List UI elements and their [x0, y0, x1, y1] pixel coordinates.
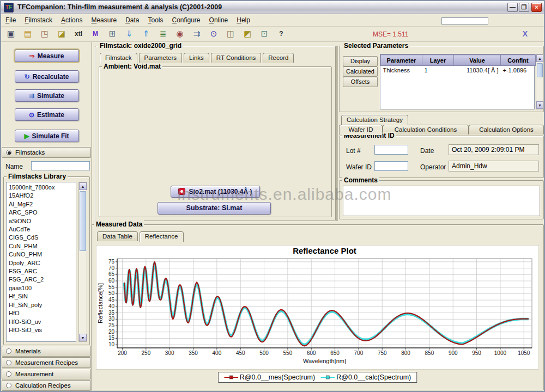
sidebar-panel-measurement[interactable]: Measurement [2, 369, 91, 379]
library-item[interactable]: HfO-SiO_vis [7, 326, 76, 334]
maximize-button[interactable]: ❐ [519, 3, 529, 12]
tab-data-table[interactable]: Data Table [97, 231, 138, 241]
parameters-table-scrollbar[interactable]: ▲ ▼ [536, 54, 544, 109]
tab-calculation-options[interactable]: Calculation Options [469, 125, 544, 134]
library-item[interactable]: HfO-SiO_uv [7, 318, 76, 326]
simulate-button[interactable]: ⇉Simulate [15, 89, 79, 102]
scroll-thumb[interactable] [80, 191, 86, 251]
layer-button-sio2[interactable]: Sio2.mat (11030.4Å ) [171, 186, 260, 198]
y-tick-label: 20 [108, 329, 115, 335]
legend-label: R@0.0__mes(Spectrum) [240, 373, 315, 381]
layer-label: Sio2.mat (11030.4Å ) [189, 188, 252, 195]
toolbar-close-icon[interactable]: X [523, 29, 528, 38]
tab-reflectance[interactable]: Reflectance [140, 231, 184, 242]
recalculate-button[interactable]: ↻Recalculate [15, 70, 79, 83]
menu-item-configure[interactable]: Configure [168, 15, 205, 26]
scroll-down-icon[interactable]: ▼ [536, 101, 543, 109]
estimate-target-icon: ⊙ [29, 111, 34, 119]
tab-parameters[interactable]: Parameters [139, 53, 182, 63]
x-tick-label: 300 [165, 350, 174, 356]
measure-button[interactable]: ⇒Measure [15, 50, 79, 62]
edit-report-icon[interactable]: ◳ [38, 28, 51, 40]
tab-calculation-strategy[interactable]: Calculation Strategy [341, 115, 408, 125]
estimate-button[interactable]: ⊙Estimate [15, 108, 79, 121]
sidebar-panel-filmstacks[interactable]: Filmstacks [2, 147, 91, 158]
library-item[interactable]: Hf_SiN_poly [7, 301, 76, 309]
column-header-confint: ConfInt [501, 55, 536, 66]
scroll-up-icon[interactable]: ▲ [79, 182, 87, 190]
app-icon: TF [4, 3, 14, 13]
tab-wafer-id[interactable]: Wafer ID [339, 125, 383, 135]
network-icon[interactable]: ⊡ [258, 28, 271, 40]
sidebar-panel-materials[interactable]: Materials [2, 346, 91, 357]
library-item[interactable]: ARC_SPO [7, 209, 76, 217]
materials-library-icon[interactable]: M [89, 28, 102, 40]
estimate-tool-icon[interactable]: ⊙ [207, 28, 220, 40]
open-folder-icon[interactable]: ▤ [21, 28, 34, 40]
library-item[interactable]: 15AHfO2 [7, 192, 76, 200]
comments-textarea[interactable] [343, 186, 540, 216]
library-item[interactable]: FSG_ARC [7, 267, 76, 275]
display-button[interactable]: Display [343, 56, 378, 66]
menu-item-measure[interactable]: Measure [87, 15, 121, 26]
wafer-id-input[interactable] [374, 161, 408, 171]
offsets-button[interactable]: Offsets [343, 77, 378, 87]
library-item[interactable]: Al_MgF2 [7, 200, 76, 209]
library-item[interactable]: FSG_ARC_2 [7, 275, 76, 284]
scroll-up-icon[interactable]: ▲ [536, 54, 543, 62]
panel-splitter[interactable] [336, 46, 338, 221]
library-item[interactable]: gaas100 [7, 284, 76, 292]
library-item[interactable]: CuNO_PHM [7, 250, 76, 259]
parameters-header-row: ParameterLayerValueConfInt [381, 55, 536, 66]
library-item[interactable]: 15000nit_7800ox [7, 183, 76, 192]
name-input[interactable] [31, 161, 90, 170]
save-icon[interactable]: ▣ [4, 28, 17, 40]
calculated-button[interactable]: Calculated [343, 66, 378, 77]
library-item[interactable]: CuN_PHM [7, 242, 76, 250]
new-filmstack-icon[interactable]: ◩ [241, 28, 254, 40]
parameters-table[interactable]: ParameterLayerValueConfInt Thickness1110… [380, 54, 536, 75]
simulate-fit-button[interactable]: ▶Simulate Fit [15, 130, 79, 142]
scroll-thumb[interactable] [537, 63, 543, 77]
menu-item-actions[interactable]: Actions [57, 15, 87, 26]
menu-item-help[interactable]: Help [232, 15, 255, 26]
menu-item-online[interactable]: Online [205, 15, 233, 26]
simulate-tool-icon[interactable]: ⇉ [190, 28, 203, 40]
help-icon[interactable]: ? [275, 28, 288, 40]
measure-tool-icon[interactable]: ◉ [173, 28, 186, 40]
tab-record[interactable]: Record [263, 53, 294, 63]
clipboard-icon[interactable]: ◫ [224, 28, 237, 40]
sidebar-panel-measurement-recipes[interactable]: Measurement Recipes [2, 357, 91, 368]
recipes-list-icon[interactable]: ≣ [156, 28, 169, 40]
menu-item-tools[interactable]: Tools [143, 15, 167, 26]
y-tick-label: 30 [108, 316, 115, 322]
minimize-button[interactable]: — [507, 3, 518, 12]
tab-rt-conditions[interactable]: RT Conditions [211, 53, 261, 63]
substrate-button[interactable]: Substrate: Si.mat [158, 202, 271, 215]
layers-icon[interactable]: ⊞ [106, 28, 119, 40]
library-item[interactable]: AuCdTe [7, 225, 76, 234]
library-item[interactable]: CIGS_CdS [7, 234, 76, 242]
table-row[interactable]: Thickness111030.4[ Å ]+-1.0896 [381, 66, 536, 75]
library-item[interactable]: HfO [7, 309, 76, 317]
filmstack-edit-icon[interactable]: ◪ [55, 28, 68, 40]
menu-inline-field[interactable] [441, 17, 488, 24]
library-item[interactable]: Dpoly_ARC [7, 259, 76, 267]
recalculate-icon: ↻ [25, 73, 30, 81]
sidebar-panel-calculation-recipes[interactable]: Calculation Recipes [2, 380, 91, 391]
menu-item-file[interactable]: File [1, 15, 20, 26]
tab-filmstack[interactable]: Filmstack [100, 53, 137, 63]
title-bar[interactable]: TF TFCompanion: Thin-film measurement & … [1, 1, 544, 14]
lot-input[interactable] [374, 145, 408, 155]
menu-item-filmstack[interactable]: Filmstack [20, 15, 57, 26]
library-item[interactable]: Hf_SiN [7, 292, 76, 301]
library-item[interactable]: aSiONO [7, 217, 76, 225]
export-xt-icon[interactable]: xtI [72, 28, 85, 40]
tab-links[interactable]: Links [184, 53, 209, 63]
close-button[interactable]: × [531, 3, 542, 12]
upload-icon[interactable]: ⇑ [140, 28, 153, 40]
menu-item-data[interactable]: Data [121, 15, 143, 26]
download-icon[interactable]: ⇓ [123, 28, 136, 40]
library-scrollbar[interactable]: ▲ ▼ [78, 182, 87, 342]
scroll-down-icon[interactable]: ▼ [79, 334, 87, 341]
